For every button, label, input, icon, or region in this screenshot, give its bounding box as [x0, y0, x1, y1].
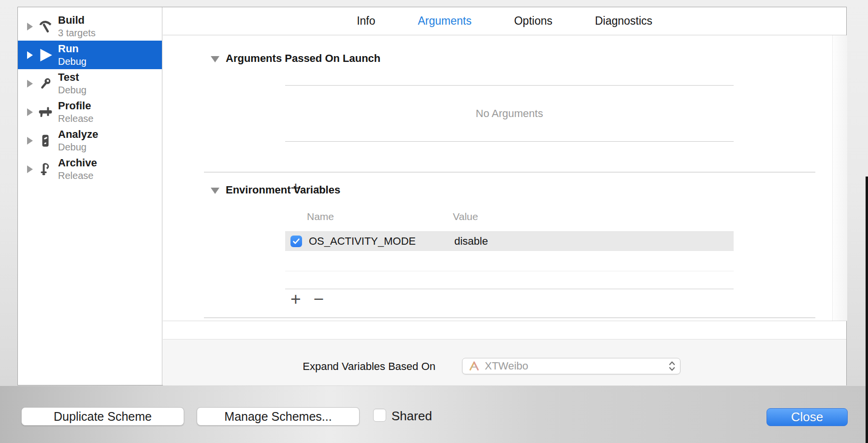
tab-info[interactable]: Info: [357, 15, 375, 28]
stepper-icon: [668, 360, 676, 372]
sidebar-item-subtitle: Release: [58, 170, 97, 181]
arguments-tab-content: Arguments Passed On Launch No Arguments …: [163, 35, 847, 321]
section-title: Environment Variables: [226, 184, 340, 196]
sidebar-item-title: Test: [58, 72, 87, 84]
env-var-name[interactable]: OS_ACTIVITY_MODE: [309, 235, 416, 248]
env-vars-section-header: Environment Variables: [211, 184, 340, 196]
scheme-phase-sidebar: Build 3 targets Run Debug: [18, 7, 162, 385]
no-arguments-placeholder: No Arguments: [476, 107, 543, 120]
manage-schemes-button[interactable]: Manage Schemes...: [197, 407, 360, 426]
section-divider: [204, 317, 815, 318]
disclosure-triangle-icon[interactable]: [27, 108, 33, 116]
expand-variables-dropdown[interactable]: XTWeibo: [462, 358, 680, 374]
arguments-section-header: Arguments Passed On Launch: [211, 52, 380, 65]
sidebar-item-subtitle: Release: [58, 113, 93, 124]
launch-arguments-table[interactable]: No Arguments: [285, 85, 734, 142]
xcode-project-icon: [468, 360, 480, 372]
tab-diagnostics[interactable]: Diagnostics: [595, 15, 652, 28]
env-var-checkbox[interactable]: [290, 236, 302, 247]
disclosure-triangle-icon[interactable]: [27, 137, 33, 145]
disclosure-triangle-icon[interactable]: [27, 165, 33, 173]
collapse-triangle-icon[interactable]: [211, 56, 219, 62]
column-header-name: Name: [307, 211, 334, 222]
sidebar-item-subtitle: 3 targets: [58, 28, 96, 38]
background-window-edge: [866, 177, 868, 443]
tab-arguments[interactable]: Arguments: [418, 15, 472, 28]
sidebar-item-analyze[interactable]: Analyze Debug: [18, 126, 162, 155]
sidebar-item-build[interactable]: Build 3 targets: [18, 12, 162, 41]
sidebar-item-title: Build: [58, 15, 96, 27]
sidebar-item-test[interactable]: Test Debug: [18, 69, 162, 98]
collapse-triangle-icon[interactable]: [211, 188, 219, 194]
sidebar-item-subtitle: Debug: [58, 142, 98, 152]
sidebar-item-subtitle: Debug: [58, 56, 87, 67]
column-header-value: Value: [453, 211, 478, 222]
remove-env-var-button[interactable]: −: [314, 290, 324, 309]
tab-options[interactable]: Options: [514, 15, 552, 28]
env-var-row[interactable]: OS_ACTIVITY_MODE disable: [285, 232, 734, 251]
caliper-icon: [37, 103, 54, 121]
disclosure-triangle-icon[interactable]: [27, 51, 33, 59]
sidebar-item-archive[interactable]: Archive Release: [18, 155, 162, 183]
disclosure-triangle-icon[interactable]: [27, 80, 33, 88]
sidebar-item-title: Archive: [58, 157, 97, 169]
section-title: Arguments Passed On Launch: [226, 52, 380, 65]
play-icon: [37, 46, 54, 64]
shared-checkbox[interactable]: [373, 409, 386, 422]
env-vars-add-remove-controls: + −: [290, 290, 324, 309]
check-icon: [292, 238, 300, 245]
expand-variables-label: Expand Variables Based On: [163, 360, 435, 373]
sidebar-item-title: Analyze: [58, 129, 98, 141]
table-row-divider: [285, 271, 734, 271]
wrench-icon: [37, 75, 54, 92]
scheme-editor-panel: Build 3 targets Run Debug: [17, 7, 847, 385]
scheme-editor-window: Build 3 targets Run Debug: [0, 0, 868, 443]
sidebar-item-profile[interactable]: Profile Release: [18, 98, 162, 126]
clamp-icon: [37, 161, 54, 178]
sidebar-item-run[interactable]: Run Debug: [18, 41, 162, 69]
disclosure-triangle-icon[interactable]: [27, 23, 33, 30]
scrollbar-track[interactable]: [832, 35, 847, 321]
add-env-var-button[interactable]: +: [290, 290, 301, 309]
tab-bar: Info Arguments Options Diagnostics: [163, 7, 846, 35]
shared-checkbox-label: Shared: [391, 409, 432, 424]
sidebar-item-title: Run: [58, 43, 87, 55]
env-var-value[interactable]: disable: [454, 235, 488, 248]
duplicate-scheme-button[interactable]: Duplicate Scheme: [21, 407, 184, 426]
section-divider: [204, 172, 815, 173]
expand-variables-bar: Expand Variables Based On XTWeibo: [163, 339, 846, 385]
env-vars-table[interactable]: OS_ACTIVITY_MODE disable: [285, 231, 734, 289]
gauge-icon: [37, 132, 54, 149]
dropdown-selected-value: XTWeibo: [485, 360, 668, 372]
sidebar-item-subtitle: Debug: [58, 85, 87, 95]
sidebar-item-title: Profile: [58, 100, 93, 112]
hammer-icon: [37, 18, 54, 35]
close-button[interactable]: Close: [767, 408, 848, 426]
